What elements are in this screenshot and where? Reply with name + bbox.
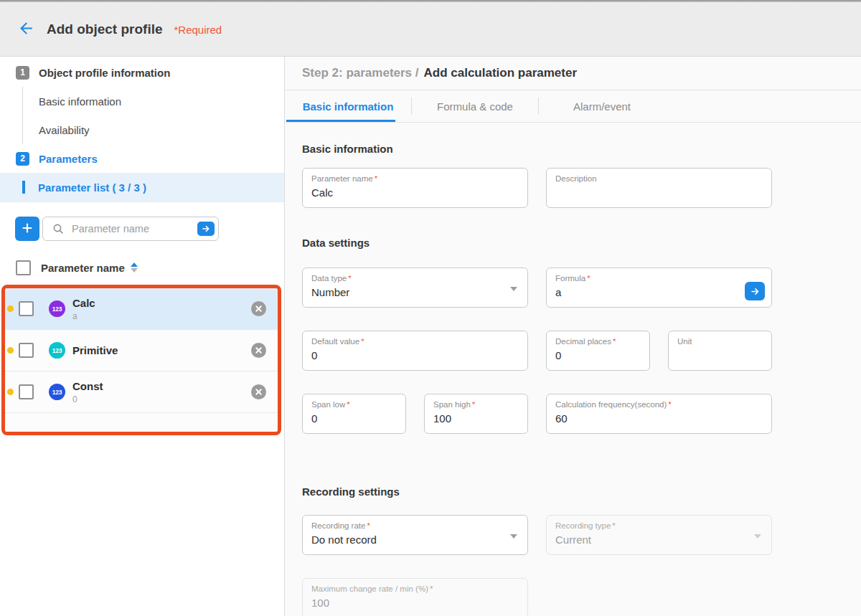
step-2-label: Parameters [39,153,98,165]
required-asterisk: * [430,584,433,593]
remove-parameter-button[interactable] [251,384,266,399]
sidebar: 1 Object profile information Basic infor… [0,57,285,616]
parameter-search-box [42,217,219,241]
main-content: Step 2: parameters / Add calculation par… [285,57,861,616]
parameter-row-primitive[interactable]: 123 Primitive [5,330,278,371]
parameter-subtitle: a [72,311,95,321]
chevron-down-icon [510,534,517,539]
parameter-row-const[interactable]: 123 Const 0 [5,371,278,413]
field-label: Description [555,174,763,184]
back-arrow-icon [17,19,35,39]
field-label: Maximum change rate / min (%)* [311,584,519,594]
breadcrumb-step: Step 2: parameters / [302,66,419,80]
select-all-checkbox[interactable] [16,260,31,275]
sort-icon[interactable] [131,262,138,273]
required-asterisk: * [348,274,351,283]
tab-alarm-event[interactable]: Alarm/event [539,90,665,122]
field-label: Decimal places* [555,337,641,346]
field-value: Current [555,534,763,546]
close-icon [255,346,263,354]
field-label: Formula* [555,274,763,283]
page: { "ui": { "required_mark": "*" }, "heade… [0,0,861,616]
description-field[interactable]: Description [546,168,772,208]
unit-field[interactable]: Unit [668,331,772,371]
back-button[interactable] [17,19,35,39]
required-asterisk: * [472,400,475,409]
field-value [555,186,763,199]
parameter-row-calc[interactable]: 123 Calc a [5,288,278,330]
arrow-right-icon [202,224,210,233]
required-asterisk: * [367,521,370,530]
parameter-list-header: Parameter name [0,260,284,275]
search-icon [52,223,64,234]
span-high-field[interactable]: Span high* 100 [424,394,528,434]
parameter-search-row [0,202,284,241]
section-heading-basic: Basic information [302,143,844,155]
field-value: Number [311,286,519,299]
add-parameter-button[interactable] [15,217,39,241]
status-dot-icon [7,347,14,354]
parameter-list-label: Parameter list ( 3 / 3 ) [38,181,146,194]
number-type-badge: 123 [49,384,65,400]
search-input[interactable] [70,222,197,235]
field-value: a [555,286,763,299]
remove-parameter-button[interactable] [251,343,266,358]
number-type-badge: 123 [49,342,65,359]
formula-editor-button[interactable] [745,282,765,300]
formula-field[interactable]: Formula* a [546,267,772,308]
remove-parameter-button[interactable] [251,301,266,316]
field-value [677,349,763,362]
sort-desc-icon [131,268,138,273]
decimal-places-field[interactable]: Decimal places* 0 [546,331,650,371]
page-title: Add object profile [47,22,163,37]
annotation-highlight-box: 123 Calc a 123 Primitive [1,285,281,435]
tab-formula-code[interactable]: Formula & code [412,90,538,122]
parameter-text: Const 0 [72,380,103,404]
step-1-subitems: Basic information Availability [22,87,284,144]
parameter-text: Calc a [72,297,95,321]
row-checkbox[interactable] [19,384,34,399]
close-icon [255,305,263,313]
list-filler [5,413,278,432]
recording-type-select: Recording type* Current [546,515,772,555]
status-dot-icon [7,389,14,395]
field-label: Data type* [311,274,519,283]
search-submit-button[interactable] [197,222,215,236]
calculation-frequency-field[interactable]: Calculation frequency(second)* 60 [546,394,772,434]
row-checkbox[interactable] [19,343,34,358]
parameter-text: Primitive [72,344,118,356]
sidebar-item-basic-information[interactable]: Basic information [23,87,284,115]
section-heading-recording: Recording settings [302,485,844,498]
parameter-name-field[interactable]: Parameter name* Calc [302,168,528,208]
field-label: Unit [677,337,763,346]
required-note: *Required [174,22,222,36]
step-1-label: Object profile information [39,67,170,79]
arrow-right-icon [751,287,760,296]
sidebar-item-availability[interactable]: Availability [23,115,284,144]
span-low-field[interactable]: Span low* 0 [302,394,406,434]
required-asterisk: * [668,400,671,409]
sidebar-step-2[interactable]: 2 Parameters [0,144,284,173]
field-value: 0 [311,349,519,362]
plus-icon [22,222,33,236]
page-header: Add object profile *Required [0,2,861,57]
sidebar-step-1[interactable]: 1 Object profile information [0,58,284,87]
required-asterisk: * [375,174,377,183]
required-asterisk: * [347,400,349,409]
row-checkbox[interactable] [19,301,34,316]
recording-rate-select[interactable]: Recording rate* Do not record [302,515,528,555]
field-label: Recording rate* [311,521,519,531]
tab-basic-information[interactable]: Basic information [285,90,411,122]
required-asterisk: * [613,337,616,346]
field-value: 100 [311,597,519,610]
default-value-field[interactable]: Default value* 0 [302,331,528,371]
field-label: Span high* [433,400,519,409]
breadcrumb: Step 2: parameters / Add calculation par… [285,57,861,90]
sidebar-item-parameter-list[interactable]: Parameter list ( 3 / 3 ) [0,173,284,202]
field-label: Parameter name* [311,174,519,184]
close-icon [255,388,263,396]
data-type-select[interactable]: Data type* Number [302,267,528,308]
field-label: Calculation frequency(second)* [555,400,763,409]
breadcrumb-current: Add calculation parameter [424,66,578,80]
status-dot-icon [7,305,14,312]
